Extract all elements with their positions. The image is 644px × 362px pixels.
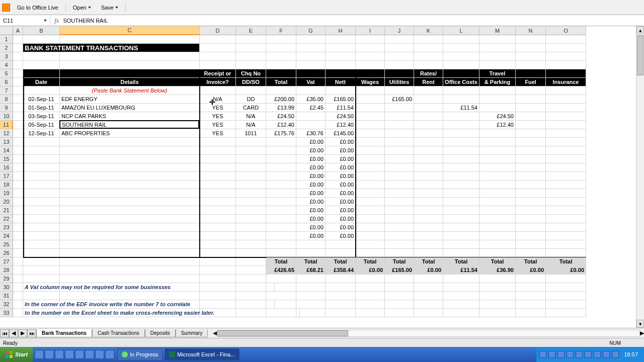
save-button[interactable]: Save: [98, 4, 121, 12]
clock[interactable]: 16:57: [621, 351, 641, 357]
cell-B32[interactable]: In the corner of the EDF invoice write t…: [23, 300, 275, 309]
cell-M6[interactable]: & Parking: [479, 78, 516, 86]
cell-D5[interactable]: Receipt or: [200, 69, 236, 78]
cell-B2[interactable]: BANK STATEMENT TRANSACTIONS: [23, 44, 200, 52]
tray-icon[interactable]: [576, 351, 583, 358]
fx-icon[interactable]: fx: [50, 17, 63, 25]
cell-E5[interactable]: Chq No: [236, 69, 266, 78]
scroll-up-button[interactable]: ▴: [636, 26, 644, 34]
cell-C5[interactable]: [60, 69, 200, 78]
row-header-18[interactable]: 18: [0, 180, 13, 189]
cell-H18[interactable]: £0.00: [326, 180, 356, 189]
row-header-24[interactable]: 24: [0, 232, 13, 240]
cell-G23[interactable]: £0.00: [296, 223, 326, 232]
sheet-tab-bank-transactions[interactable]: Bank Transactions: [36, 329, 92, 337]
sheet-tab-summary[interactable]: Summary: [176, 329, 208, 337]
cell-G13[interactable]: £0.00: [296, 138, 326, 146]
cell-J27[interactable]: Total: [385, 257, 414, 266]
cell-K6[interactable]: Rent: [414, 78, 443, 86]
cell-G28[interactable]: £68.21: [296, 266, 326, 275]
go-office-live-button[interactable]: Go to Office Live: [14, 4, 61, 12]
tab-last-button[interactable]: ⏭: [27, 329, 36, 337]
cell-H5[interactable]: [326, 69, 356, 78]
row-header-29[interactable]: 29: [0, 275, 13, 283]
cell-M5[interactable]: Travel: [479, 69, 516, 78]
cell-G19[interactable]: £0.00: [296, 189, 326, 198]
cell-G15[interactable]: £0.00: [296, 155, 326, 163]
cell-H9[interactable]: £11.54: [326, 104, 356, 112]
cell-B10[interactable]: 03-Sep-11: [23, 112, 60, 121]
row-header-14[interactable]: 14: [0, 146, 13, 155]
col-header-O[interactable]: O: [546, 26, 586, 35]
col-header-E[interactable]: E: [236, 26, 266, 35]
cell-C12[interactable]: ABC PROPERTIES: [60, 129, 200, 138]
cell-G5[interactable]: [296, 69, 326, 78]
cell-I27[interactable]: Total: [356, 257, 385, 266]
cell-J6[interactable]: Utilities: [385, 78, 414, 86]
scroll-down-button[interactable]: ▾: [636, 320, 644, 328]
scroll-thumb[interactable]: [637, 35, 643, 75]
cell-G11[interactable]: [296, 121, 326, 129]
tray-icon[interactable]: [557, 351, 565, 358]
ql-icon[interactable]: [65, 350, 74, 359]
row-header-27[interactable]: 27: [0, 257, 13, 266]
scroll-left-button[interactable]: ◀: [213, 330, 217, 336]
cell-E9[interactable]: CARD: [236, 104, 266, 112]
tray-icon[interactable]: [603, 351, 610, 358]
cell-M11[interactable]: £12.40: [479, 121, 516, 129]
cell-D11[interactable]: YES: [200, 121, 236, 129]
cell-G8[interactable]: £35.00: [296, 95, 326, 104]
cell-B33[interactable]: to the number on the Excel sheet to make…: [23, 309, 300, 317]
cell-G9[interactable]: £2.45: [296, 104, 326, 112]
cell-C10[interactable]: NCP CAR PARKS: [60, 112, 200, 121]
cell-H23[interactable]: £0.00: [326, 223, 356, 232]
row-header-2[interactable]: 2: [0, 44, 13, 52]
cell-H13[interactable]: £0.00: [326, 138, 356, 146]
cell-N6[interactable]: Fuel: [516, 78, 546, 86]
cell-F12[interactable]: £175.76: [266, 129, 296, 138]
row-header-6[interactable]: 6: [0, 78, 13, 86]
row-header-23[interactable]: 23: [0, 223, 13, 232]
cell-F5[interactable]: [266, 69, 296, 78]
cell-H17[interactable]: £0.00: [326, 172, 356, 180]
cell-B11[interactable]: 05-Sep-11: [23, 121, 60, 129]
cell-F11[interactable]: £12.40: [266, 121, 296, 129]
row-header-22[interactable]: 22: [0, 215, 13, 223]
cell-K5[interactable]: Rates/: [414, 69, 443, 78]
ql-icon[interactable]: [95, 350, 104, 359]
col-header-A[interactable]: A: [13, 26, 23, 35]
cell-E12[interactable]: 1011: [236, 129, 266, 138]
cell-E6[interactable]: DD/SO: [236, 78, 266, 86]
cell-L9[interactable]: £11.54: [443, 104, 479, 112]
cell-H22[interactable]: £0.00: [326, 215, 356, 223]
col-header-C[interactable]: C: [60, 26, 200, 35]
cell-F28[interactable]: £426.65: [266, 266, 296, 275]
row-header-9[interactable]: 9: [0, 104, 13, 112]
name-box[interactable]: C11: [0, 15, 50, 26]
cell-F8[interactable]: £200.00: [266, 95, 296, 104]
cell-H8[interactable]: £165.00: [326, 95, 356, 104]
cell-M10[interactable]: £24.50: [479, 112, 516, 121]
row-header-28[interactable]: 28: [0, 266, 13, 275]
cell-G12[interactable]: £30.76: [296, 129, 326, 138]
formula-input[interactable]: [63, 18, 644, 24]
row-header-25[interactable]: 25: [0, 240, 13, 249]
cell-J5[interactable]: [385, 69, 414, 78]
cell-O27[interactable]: Total: [546, 257, 586, 266]
ql-icon[interactable]: [45, 350, 54, 359]
cell-C6[interactable]: Details: [60, 78, 200, 86]
row-header-33[interactable]: 33: [0, 309, 13, 317]
cell-E10[interactable]: N/A: [236, 112, 266, 121]
tray-icon[interactable]: [594, 351, 601, 358]
col-header-K[interactable]: K: [414, 26, 443, 35]
tab-prev-button[interactable]: ◀: [9, 329, 18, 337]
cell-L5[interactable]: [443, 69, 479, 78]
cell-O5[interactable]: [546, 69, 586, 78]
cell-F9[interactable]: £13.99: [266, 104, 296, 112]
tray-icon[interactable]: [539, 351, 546, 358]
cell-F10[interactable]: £24.50: [266, 112, 296, 121]
row-header-16[interactable]: 16: [0, 163, 13, 172]
tray-icon[interactable]: [548, 351, 555, 358]
tray-icon[interactable]: [567, 351, 574, 358]
cell-G27[interactable]: Total: [296, 257, 326, 266]
